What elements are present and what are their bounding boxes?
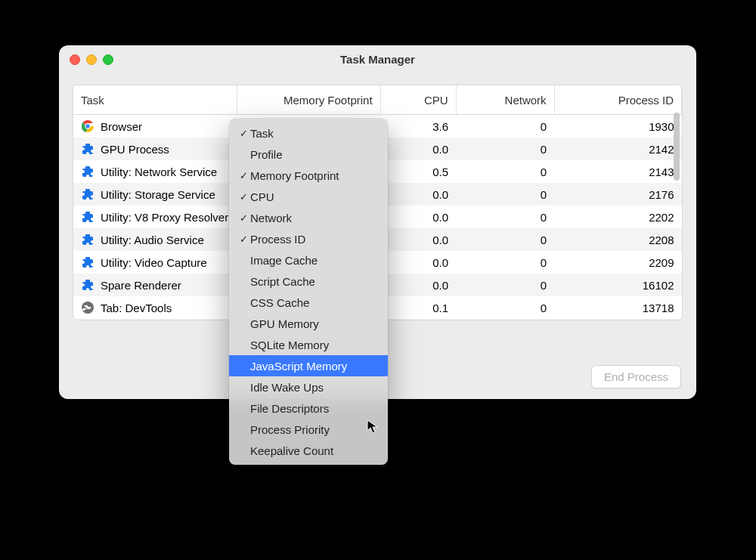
cell-net: 0 [456,274,554,296]
cell-pid: 2143 [554,160,681,183]
cell-pid: 2176 [554,183,681,206]
menu-item-gpu-memory[interactable]: GPU Memory [229,313,388,334]
task-name: Utility: Network Service [101,166,217,178]
cell-pid: 2208 [554,228,681,251]
menu-item-memory-footprint[interactable]: ✓Memory Footprint [229,165,388,186]
cell-cpu: 0.0 [380,138,456,160]
menu-item-keepalive-count[interactable]: Keepalive Count [229,440,388,461]
task-name: GPU Process [101,143,169,156]
scrollbar-track[interactable] [674,113,680,309]
cell-net: 0 [456,206,554,228]
globe-icon [81,301,94,314]
menu-item-label: Keepalive Count [250,444,333,457]
cell-cpu: 0.0 [380,228,456,251]
menu-item-label: Network [250,212,292,224]
task-name: Utility: Video Capture [101,256,207,269]
cell-net: 0 [456,296,554,319]
cell-cpu: 3.6 [380,115,456,138]
check-icon: ✓ [237,128,250,139]
task-name: Spare Renderer [101,279,181,292]
cell-pid: 2209 [554,251,681,274]
cell-cpu: 0.0 [380,251,456,274]
extension-icon [81,187,94,201]
task-name: Browser [101,120,142,133]
cell-net: 0 [456,319,554,320]
menu-item-label: GPU Memory [250,317,319,330]
check-icon: ✓ [237,170,250,181]
menu-item-script-cache[interactable]: Script Cache [229,271,388,292]
menu-item-label: File Descriptors [250,402,329,415]
menu-item-cpu[interactable]: ✓CPU [229,186,388,207]
cell-cpu: 0.1 [380,296,456,319]
menu-item-label: Idle Wake Ups [250,381,324,394]
window-controls [70,54,113,65]
col-network[interactable]: Network [456,85,554,115]
cell-pid: 2142 [554,138,681,160]
menu-item-process-priority[interactable]: Process Priority [229,419,388,440]
cell-net: 0 [456,228,554,251]
footer: End Process [591,365,681,388]
extension-icon [81,165,94,178]
check-icon: ✓ [237,191,250,203]
chrome-icon [81,119,94,133]
table-header-row: Task Memory Footprint CPU Network Proces… [73,85,682,115]
zoom-window-button[interactable] [103,54,113,65]
task-name: Utility: V8 Proxy Resolver [101,211,228,224]
col-task[interactable]: Task [73,85,237,115]
cell-cpu: 0.0 [380,319,456,320]
menu-item-label: Process ID [250,233,305,246]
task-name: Utility: Storage Service [101,188,215,201]
menu-item-css-cache[interactable]: CSS Cache [229,292,388,313]
menu-item-image-cache[interactable]: Image Cache [229,249,388,271]
cell-net: 0 [456,115,554,138]
cell-pid: 1930 [554,115,681,138]
extension-icon [81,142,94,156]
cell-cpu: 0.0 [380,274,456,296]
menu-item-label: CPU [250,190,274,203]
cell-net: 0 [456,183,554,206]
cell-pid: 2202 [554,206,681,228]
menu-item-label: JavaScript Memory [250,360,347,373]
menu-item-javascript-memory[interactable]: JavaScript Memory [229,355,388,376]
menu-item-label: Process Priority [250,423,330,436]
col-pid[interactable]: Process ID [554,85,681,115]
cell-net: 0 [456,160,554,183]
extension-icon [81,278,94,292]
cell-pid: 16040 [554,319,681,320]
menu-item-process-id[interactable]: ✓Process ID [229,228,388,249]
menu-item-label: Profile [250,148,283,161]
menu-item-label: Image Cache [250,254,318,267]
cell-net: 0 [456,251,554,274]
check-icon: ✓ [237,212,250,224]
menu-item-network[interactable]: ✓Network [229,207,388,228]
menu-item-label: CSS Cache [250,296,309,309]
cell-pid: 16102 [554,274,681,296]
menu-item-idle-wake-ups[interactable]: Idle Wake Ups [229,376,388,398]
scrollbar-thumb[interactable] [674,113,680,181]
extension-icon [81,210,94,224]
menu-item-label: Memory Footprint [250,169,339,182]
menu-item-task[interactable]: ✓Task [229,122,388,144]
titlebar: Task Manager [59,45,696,73]
cell-cpu: 0.5 [380,160,456,183]
check-icon: ✓ [237,234,250,245]
menu-item-profile[interactable]: Profile [229,144,388,165]
window-title: Task Manager [59,53,696,66]
column-context-menu[interactable]: ✓TaskProfile✓Memory Footprint✓CPU✓Networ… [229,119,388,465]
cell-pid: 13718 [554,296,681,319]
col-memory[interactable]: Memory Footprint [237,85,380,115]
col-cpu[interactable]: CPU [380,85,456,115]
cell-net: 0 [456,138,554,160]
cell-cpu: 0.0 [380,206,456,228]
task-name: Tab: DevTools [101,302,172,314]
extension-icon [81,255,94,269]
menu-item-file-descriptors[interactable]: File Descriptors [229,398,388,419]
extension-icon [81,233,94,246]
menu-item-label: SQLite Memory [250,339,329,351]
minimize-window-button[interactable] [86,54,97,65]
menu-item-sqlite-memory[interactable]: SQLite Memory [229,334,388,355]
cell-cpu: 0.0 [380,183,456,206]
menu-item-label: Task [250,127,274,140]
end-process-button[interactable]: End Process [591,365,681,388]
close-window-button[interactable] [70,54,80,65]
